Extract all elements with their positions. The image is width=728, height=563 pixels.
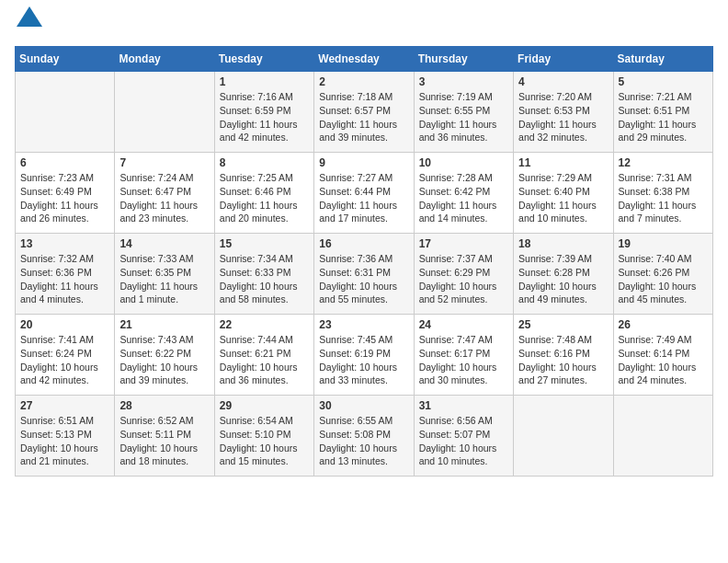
calendar-cell: 12Sunrise: 7:31 AM Sunset: 6:38 PM Dayli…: [613, 153, 712, 234]
calendar-cell: 8Sunrise: 7:25 AM Sunset: 6:46 PM Daylig…: [214, 153, 313, 234]
calendar-cell: 27Sunrise: 6:51 AM Sunset: 5:13 PM Dayli…: [16, 396, 115, 477]
calendar-cell: 5Sunrise: 7:21 AM Sunset: 6:51 PM Daylig…: [613, 72, 712, 153]
day-number: 26: [619, 318, 708, 331]
calendar-cell: 4Sunrise: 7:20 AM Sunset: 6:53 PM Daylig…: [514, 72, 613, 153]
calendar-cell: 1Sunrise: 7:16 AM Sunset: 6:59 PM Daylig…: [214, 72, 313, 153]
day-number: 11: [518, 156, 608, 169]
week-row: 1Sunrise: 7:16 AM Sunset: 6:59 PM Daylig…: [16, 72, 713, 153]
day-detail: Sunrise: 7:20 AM Sunset: 6:53 PM Dayligh…: [518, 90, 608, 144]
header-cell-tuesday: Tuesday: [214, 47, 313, 72]
day-number: 22: [220, 318, 309, 331]
header-cell-thursday: Thursday: [414, 47, 513, 72]
logo-icon: [17, 6, 42, 27]
day-detail: Sunrise: 7:16 AM Sunset: 6:59 PM Dayligh…: [220, 90, 309, 144]
header-cell-saturday: Saturday: [613, 47, 712, 72]
header-cell-monday: Monday: [115, 47, 214, 72]
calendar-cell: 31Sunrise: 6:56 AM Sunset: 5:07 PM Dayli…: [414, 396, 513, 477]
day-number: 15: [220, 237, 309, 250]
day-detail: Sunrise: 7:19 AM Sunset: 6:55 PM Dayligh…: [419, 90, 508, 144]
day-detail: Sunrise: 6:54 AM Sunset: 5:10 PM Dayligh…: [220, 414, 309, 468]
day-number: 10: [419, 156, 508, 169]
day-detail: Sunrise: 7:37 AM Sunset: 6:29 PM Dayligh…: [419, 252, 508, 306]
calendar-cell: 3Sunrise: 7:19 AM Sunset: 6:55 PM Daylig…: [414, 72, 513, 153]
day-detail: Sunrise: 7:32 AM Sunset: 6:36 PM Dayligh…: [20, 252, 109, 306]
day-detail: Sunrise: 6:55 AM Sunset: 5:08 PM Dayligh…: [319, 414, 408, 468]
day-number: 5: [619, 75, 708, 88]
day-number: 12: [619, 156, 708, 169]
day-number: 4: [518, 75, 608, 88]
calendar-cell: [613, 396, 712, 477]
calendar-cell: 21Sunrise: 7:43 AM Sunset: 6:22 PM Dayli…: [115, 315, 214, 396]
day-detail: Sunrise: 7:49 AM Sunset: 6:14 PM Dayligh…: [619, 333, 708, 387]
week-row: 6Sunrise: 7:23 AM Sunset: 6:49 PM Daylig…: [16, 153, 713, 234]
calendar-cell: 24Sunrise: 7:47 AM Sunset: 6:17 PM Dayli…: [414, 315, 513, 396]
calendar-cell: 19Sunrise: 7:40 AM Sunset: 6:26 PM Dayli…: [613, 234, 712, 315]
day-number: 2: [319, 75, 408, 88]
day-detail: Sunrise: 7:31 AM Sunset: 6:38 PM Dayligh…: [619, 171, 708, 225]
day-detail: Sunrise: 7:43 AM Sunset: 6:22 PM Dayligh…: [119, 333, 209, 387]
week-row: 13Sunrise: 7:32 AM Sunset: 6:36 PM Dayli…: [16, 234, 713, 315]
calendar-cell: 26Sunrise: 7:49 AM Sunset: 6:14 PM Dayli…: [613, 315, 712, 396]
calendar-cell: 10Sunrise: 7:28 AM Sunset: 6:42 PM Dayli…: [414, 153, 513, 234]
calendar-cell: 11Sunrise: 7:29 AM Sunset: 6:40 PM Dayli…: [514, 153, 613, 234]
day-detail: Sunrise: 7:36 AM Sunset: 6:31 PM Dayligh…: [319, 252, 408, 306]
calendar-cell: 14Sunrise: 7:33 AM Sunset: 6:35 PM Dayli…: [115, 234, 214, 315]
calendar-header-row: SundayMondayTuesdayWednesdayThursdayFrid…: [16, 47, 713, 72]
day-number: 24: [419, 318, 508, 331]
day-detail: Sunrise: 6:51 AM Sunset: 5:13 PM Dayligh…: [20, 414, 109, 468]
day-number: 3: [419, 75, 508, 88]
day-number: 30: [319, 399, 408, 412]
day-number: 19: [619, 237, 708, 250]
calendar-cell: 30Sunrise: 6:55 AM Sunset: 5:08 PM Dayli…: [314, 396, 414, 477]
calendar-cell: 25Sunrise: 7:48 AM Sunset: 6:16 PM Dayli…: [514, 315, 613, 396]
day-detail: Sunrise: 7:23 AM Sunset: 6:49 PM Dayligh…: [20, 171, 109, 225]
day-number: 17: [419, 237, 508, 250]
day-number: 23: [319, 318, 408, 331]
day-number: 27: [20, 399, 109, 412]
calendar-cell: 29Sunrise: 6:54 AM Sunset: 5:10 PM Dayli…: [214, 396, 313, 477]
calendar-cell: 9Sunrise: 7:27 AM Sunset: 6:44 PM Daylig…: [314, 153, 414, 234]
calendar-cell: 20Sunrise: 7:41 AM Sunset: 6:24 PM Dayli…: [16, 315, 115, 396]
day-detail: Sunrise: 7:29 AM Sunset: 6:40 PM Dayligh…: [518, 171, 608, 225]
calendar-cell: [16, 72, 115, 153]
day-detail: Sunrise: 7:45 AM Sunset: 6:19 PM Dayligh…: [319, 333, 408, 387]
week-row: 27Sunrise: 6:51 AM Sunset: 5:13 PM Dayli…: [16, 396, 713, 477]
calendar-cell: [514, 396, 613, 477]
day-detail: Sunrise: 6:52 AM Sunset: 5:11 PM Dayligh…: [119, 414, 209, 468]
week-row: 20Sunrise: 7:41 AM Sunset: 6:24 PM Dayli…: [16, 315, 713, 396]
day-detail: Sunrise: 7:21 AM Sunset: 6:51 PM Dayligh…: [619, 90, 708, 144]
calendar-cell: 22Sunrise: 7:44 AM Sunset: 6:21 PM Dayli…: [214, 315, 313, 396]
day-detail: Sunrise: 7:27 AM Sunset: 6:44 PM Dayligh…: [319, 171, 408, 225]
day-number: 9: [319, 156, 408, 169]
header-cell-friday: Friday: [514, 47, 613, 72]
day-number: 31: [419, 399, 508, 412]
day-detail: Sunrise: 7:47 AM Sunset: 6:17 PM Dayligh…: [419, 333, 508, 387]
calendar-cell: 16Sunrise: 7:36 AM Sunset: 6:31 PM Dayli…: [314, 234, 414, 315]
header-cell-wednesday: Wednesday: [314, 47, 414, 72]
calendar-cell: 18Sunrise: 7:39 AM Sunset: 6:28 PM Dayli…: [514, 234, 613, 315]
day-detail: Sunrise: 7:28 AM Sunset: 6:42 PM Dayligh…: [419, 171, 508, 225]
calendar-cell: 17Sunrise: 7:37 AM Sunset: 6:29 PM Dayli…: [414, 234, 513, 315]
calendar-cell: 15Sunrise: 7:34 AM Sunset: 6:33 PM Dayli…: [214, 234, 313, 315]
day-number: 28: [119, 399, 209, 412]
day-detail: Sunrise: 6:56 AM Sunset: 5:07 PM Dayligh…: [419, 414, 508, 468]
day-number: 18: [518, 237, 608, 250]
logo: [15, 15, 42, 37]
calendar-cell: 2Sunrise: 7:18 AM Sunset: 6:57 PM Daylig…: [314, 72, 414, 153]
calendar-table: SundayMondayTuesdayWednesdayThursdayFrid…: [15, 46, 713, 477]
page-header: [15, 15, 713, 37]
day-number: 13: [20, 237, 109, 250]
day-number: 21: [119, 318, 209, 331]
day-number: 25: [518, 318, 608, 331]
calendar-cell: 23Sunrise: 7:45 AM Sunset: 6:19 PM Dayli…: [314, 315, 414, 396]
calendar-cell: 13Sunrise: 7:32 AM Sunset: 6:36 PM Dayli…: [16, 234, 115, 315]
day-number: 6: [20, 156, 109, 169]
day-detail: Sunrise: 7:24 AM Sunset: 6:47 PM Dayligh…: [119, 171, 209, 225]
svg-marker-0: [17, 6, 42, 27]
day-number: 1: [220, 75, 309, 88]
day-detail: Sunrise: 7:41 AM Sunset: 6:24 PM Dayligh…: [20, 333, 109, 387]
day-number: 7: [119, 156, 209, 169]
day-number: 20: [20, 318, 109, 331]
calendar-cell: 6Sunrise: 7:23 AM Sunset: 6:49 PM Daylig…: [16, 153, 115, 234]
day-detail: Sunrise: 7:18 AM Sunset: 6:57 PM Dayligh…: [319, 90, 408, 144]
